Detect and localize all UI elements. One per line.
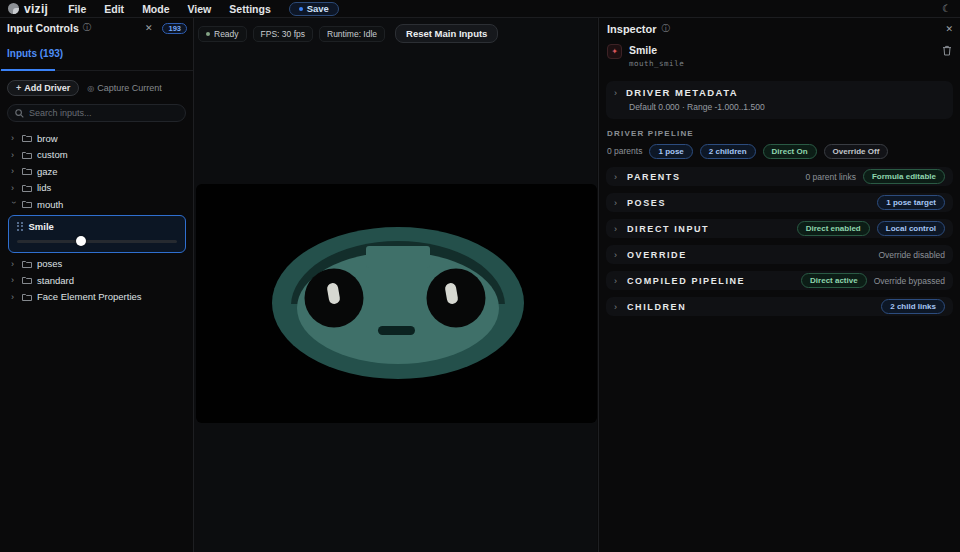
chevron-right-icon: › [11,275,17,285]
smile-slider-thumb[interactable] [76,236,86,246]
section-direct-input[interactable]: › DIRECT INPUT Direct enabled Local cont… [606,219,953,238]
tree-item-gaze[interactable]: › gaze [0,163,193,180]
search-box [7,104,186,122]
search-icon [15,109,24,118]
folder-icon [22,134,32,142]
ready-status-chip: Ready [198,26,247,42]
driver-type-icon: ✦ [607,44,622,59]
tree-item-poses[interactable]: › poses [0,256,193,273]
inspector-panel: Inspector ⓘ ✕ ✦ Smile mouth_smile › DRIV… [598,18,960,552]
search-input[interactable] [29,108,159,118]
capture-icon: ◎ [87,84,94,93]
direct-on-chip: Direct On [763,144,817,159]
smile-slider[interactable] [17,240,177,243]
info-icon[interactable]: ⓘ [662,23,671,35]
forehead-tab [366,246,430,268]
viewport-column: Ready FPS: 30 fps Runtime: Idle Reset Ma… [194,18,597,552]
chevron-down-icon: › [9,201,19,207]
folder-icon [22,260,32,268]
input-controls-panel: Input Controls ⓘ ✕ 193 Inputs (193) + Ad… [0,18,194,552]
pipeline-summary-chips: 0 parents 1 pose 2 children Direct On Ov… [607,144,953,159]
chevron-right-icon: › [614,198,617,208]
inspector-header: Inspector ⓘ ✕ [606,18,953,37]
app-logo[interactable]: vizij [8,2,48,16]
menu-settings[interactable]: Settings [229,3,270,15]
menu-mode[interactable]: Mode [142,3,169,15]
folder-icon [22,167,32,175]
chevron-right-icon: › [11,150,17,160]
left-panel-tabs: Inputs (193) [0,36,193,71]
section-children[interactable]: › CHILDREN 2 child links [606,297,953,316]
section-compiled-pipeline[interactable]: › COMPILED PIPELINE Direct active Overri… [606,271,953,290]
save-button[interactable]: Save [289,2,339,16]
driver-metadata-section[interactable]: › DRIVER METADATA Default 0.000 · Range … [606,81,953,119]
tree-item-face-element-properties[interactable]: › Face Element Properties [0,289,193,306]
section-override[interactable]: › OVERRIDE Override disabled [606,245,953,264]
tree-item-lids[interactable]: › lids [0,180,193,197]
unsaved-changes-dot-icon [299,7,303,11]
runtime-status-bar: Ready FPS: 30 fps Runtime: Idle Reset Ma… [194,18,597,43]
dark-mode-toggle-icon[interactable]: ☾ [942,3,951,14]
input-count-badge: 193 [162,23,187,34]
render-canvas[interactable] [196,184,597,423]
add-driver-label: Add Driver [24,83,70,93]
pose-count-chip: 1 pose [649,144,692,159]
drag-handle-icon[interactable] [17,222,23,231]
smile-input-label: Smile [29,221,54,232]
menu-view[interactable]: View [188,3,212,15]
tree-item-brow[interactable]: › brow [0,130,193,147]
smile-input-card[interactable]: Smile [8,215,186,253]
menu-file[interactable]: File [68,3,86,15]
formula-editable-chip: Formula editable [863,169,945,184]
character-face [196,184,597,423]
tree-item-mouth[interactable]: › mouth [0,196,193,213]
runtime-chip: Runtime: Idle [319,26,385,42]
parents-count-chip: 0 parents [607,145,642,158]
fps-chip: FPS: 30 fps [253,26,313,42]
chevron-right-icon: › [614,88,617,98]
driver-name: Smile [629,44,684,56]
top-menu-bar: vizij File Edit Mode View Settings Save … [0,0,960,18]
close-icon[interactable]: ✕ [945,24,953,34]
chevron-right-icon: › [11,133,17,143]
driver-pipeline-label: DRIVER PIPELINE [607,129,953,138]
chevron-right-icon: › [614,250,617,260]
chevron-right-icon: › [11,166,17,176]
ready-dot-icon [206,32,210,36]
folder-icon [22,184,32,192]
add-driver-button[interactable]: + Add Driver [7,80,79,96]
capture-current-button[interactable]: ◎ Capture Current [87,83,162,93]
selected-driver-row: ✦ Smile mouth_smile [606,37,953,70]
parent-links-text: 0 parent links [805,172,856,182]
plus-icon: + [16,83,21,93]
folder-icon [22,200,32,208]
mouth [378,326,415,335]
tree-item-standard[interactable]: › standard [0,272,193,289]
override-bypassed-text: Override bypassed [874,276,945,286]
logo-icon [8,3,19,14]
panel-title: Input Controls [7,22,79,34]
chevron-right-icon: › [614,224,617,234]
chevron-right-icon: › [614,172,617,182]
section-parents[interactable]: › PARENTS 0 parent links Formula editabl… [606,167,953,186]
folder-icon [22,293,32,301]
tree-item-custom[interactable]: › custom [0,147,193,164]
reset-main-inputs-button[interactable]: Reset Main Inputs [395,24,498,43]
chevron-right-icon: › [11,292,17,302]
inspector-title: Inspector [607,23,657,35]
section-poses[interactable]: › POSES 1 pose target [606,193,953,212]
delete-driver-icon[interactable] [942,45,952,56]
driver-actions: + Add Driver ◎ Capture Current [0,71,193,96]
driver-id: mouth_smile [629,59,684,68]
active-tab-underline [1,69,55,71]
chevron-right-icon: › [614,276,617,286]
chevron-right-icon: › [11,259,17,269]
local-control-chip: Local control [877,221,945,236]
close-icon[interactable]: ✕ [145,23,153,33]
override-disabled-text: Override disabled [878,250,945,260]
input-controls-header: Input Controls ⓘ ✕ 193 [0,18,193,36]
menu-edit[interactable]: Edit [104,3,124,15]
child-links-chip: 2 child links [881,299,945,314]
info-icon[interactable]: ⓘ [83,22,92,34]
tab-inputs[interactable]: Inputs (193) [7,48,63,64]
